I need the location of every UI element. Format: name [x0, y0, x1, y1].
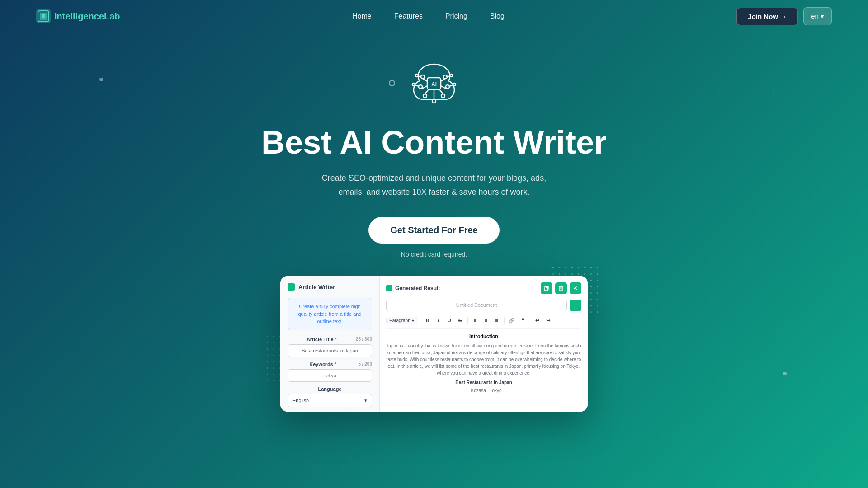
intro-heading: Introduction [386, 333, 581, 341]
undo-btn[interactable]: ↩ [533, 316, 542, 325]
quality-field: Quality type [288, 412, 372, 412]
svg-line-16 [441, 86, 446, 89]
align-left-btn[interactable]: ≡ [471, 316, 480, 325]
doc-title-input[interactable]: Untitled Document [386, 300, 567, 311]
svg-line-14 [441, 79, 445, 81]
svg-line-15 [422, 86, 427, 89]
language-select[interactable]: English ▾ [288, 394, 372, 407]
svg-point-8 [419, 85, 422, 89]
redo-btn[interactable]: ↪ [544, 316, 553, 325]
language-button[interactable]: en ▾ [803, 7, 832, 25]
editor-content: Introduction Japan is a country that is … [386, 333, 581, 394]
underline-btn[interactable]: U [445, 316, 454, 325]
result-header: Generated Result [386, 282, 581, 294]
doc-title-btn[interactable] [570, 300, 581, 311]
app-preview: Article Writer Create a fully complete h… [280, 276, 588, 412]
result-btn-2[interactable] [555, 282, 567, 294]
italic-btn[interactable]: I [434, 316, 443, 325]
logo-icon [36, 9, 51, 23]
nav-actions: Join Now → en ▾ [736, 7, 832, 25]
result-btn-3[interactable] [570, 282, 581, 294]
svg-point-9 [446, 85, 449, 89]
svg-point-6 [421, 75, 425, 79]
ai-icon-wrap: AI [402, 51, 466, 116]
svg-point-22 [412, 83, 415, 86]
generated-result-panel: Generated Result [380, 276, 588, 412]
strikethrough-btn[interactable]: S [456, 316, 465, 325]
result-title: Generated Result [386, 285, 440, 291]
hero-section: + AI [0, 33, 868, 412]
left-panel-title: Article Writer [288, 283, 372, 291]
sub-heading: Best Restaurants in Japan [386, 379, 581, 386]
result-action-buttons [541, 282, 581, 294]
info-description: Create a fully complete high quality art… [288, 298, 372, 330]
join-now-button[interactable]: Join Now → [736, 8, 798, 25]
svg-point-12 [432, 99, 436, 103]
language-field: Language English ▾ [288, 386, 372, 407]
bold-btn[interactable]: B [423, 316, 432, 325]
brand-name: IntelligenceLab [54, 11, 120, 22]
keywords-input[interactable]: Tokyo [288, 369, 372, 382]
logo[interactable]: IntelligenceLab [36, 9, 120, 23]
nav-features[interactable]: Features [394, 12, 423, 20]
decorative-plus: + [770, 87, 778, 101]
editor-toolbar: Paragraph ▾ B I U S ≡ ≡ ≡ 🔗 ❝ [386, 316, 581, 329]
svg-rect-3 [42, 14, 45, 18]
svg-line-17 [425, 89, 429, 94]
article-writer-panel: Article Writer Create a fully complete h… [280, 276, 380, 412]
no-cc-text: No credit card required. [401, 251, 467, 258]
get-started-button[interactable]: Get Started For Free [368, 217, 499, 244]
article-title-input[interactable]: Best restaurants in Japan [288, 344, 372, 357]
svg-point-20 [415, 74, 418, 77]
article-title-field: Article Title * 25 / 300 Best restaurant… [288, 337, 372, 357]
document-title-row: Untitled Document [386, 300, 581, 311]
nav-pricing[interactable]: Pricing [445, 12, 467, 20]
link-btn[interactable]: 🔗 [507, 316, 516, 325]
svg-point-23 [453, 83, 456, 86]
hero-title: Best AI Content Writer [261, 125, 607, 160]
svg-line-13 [423, 79, 427, 81]
intro-text: Japan is a country that is known for its… [386, 343, 581, 376]
circle-dot-decoration [389, 80, 395, 86]
svg-point-21 [450, 74, 453, 77]
app-preview-container: for(let i=0;i<64;i++) document.write('<s… [280, 276, 588, 412]
align-right-btn[interactable]: ≡ [492, 316, 501, 325]
panel-icon [288, 283, 295, 291]
nav-home[interactable]: Home [352, 12, 372, 20]
paragraph-select[interactable]: Paragraph ▾ [386, 317, 417, 324]
decorative-dot-br [783, 372, 787, 375]
sub-item: 1. Kozasa - Tokyo [386, 387, 581, 394]
svg-text:AI: AI [431, 81, 437, 88]
align-center-btn[interactable]: ≡ [481, 316, 491, 325]
navbar: IntelligenceLab Home Features Pricing Bl… [0, 0, 868, 33]
result-btn-1[interactable] [541, 282, 552, 294]
quote-btn[interactable]: ❝ [518, 316, 527, 325]
svg-point-10 [423, 94, 427, 98]
hero-subtitle: Create SEO-optimized and unique content … [322, 171, 546, 199]
keywords-field: Keywords * 5 / 200 Tokyo [288, 361, 372, 382]
svg-line-18 [439, 89, 443, 94]
ai-brain-icon: AI [402, 51, 466, 114]
nav-blog[interactable]: Blog [490, 12, 505, 20]
nav-links: Home Features Pricing Blog [352, 12, 505, 20]
svg-point-11 [441, 94, 445, 98]
decorative-dot-tl [99, 78, 103, 81]
